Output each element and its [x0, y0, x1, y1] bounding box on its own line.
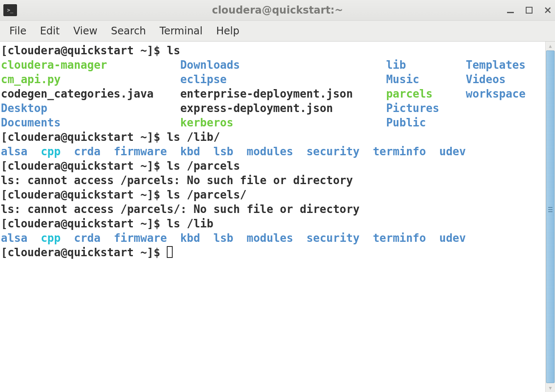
maximize-button[interactable] [524, 6, 534, 15]
menu-view[interactable]: View [67, 23, 104, 39]
terminal-line: [cloudera@quickstart ~]$ [1, 245, 544, 260]
terminal-line: ls: cannot access /parcels: No such file… [1, 173, 544, 188]
menu-terminal[interactable]: Terminal [153, 23, 209, 39]
terminal-line: Desktop express-deployment.json Pictures [1, 101, 544, 115]
terminal-line: cm_api.py eclipse Music Videos [1, 72, 544, 87]
terminal-line: codegen_categories.java enterprise-deplo… [1, 87, 544, 101]
menubar: File Edit View Search Terminal Help [0, 21, 555, 42]
titlebar: >_ cloudera@quickstart:~ [0, 0, 555, 21]
terminal-body: [cloudera@quickstart ~]$ lscloudera-mana… [0, 42, 555, 392]
terminal-line: alsa cpp crda firmware kbd lsb modules s… [1, 144, 544, 159]
menu-file[interactable]: File [3, 23, 33, 39]
terminal-line: [cloudera@quickstart ~]$ ls /parcels [1, 159, 544, 173]
terminal-line: alsa cpp crda firmware kbd lsb modules s… [1, 231, 544, 245]
terminal-line: ls: cannot access /parcels/: No such fil… [1, 202, 544, 216]
terminal-app-icon: >_ [3, 4, 17, 16]
menu-help[interactable]: Help [210, 23, 247, 39]
terminal-app-icon-glyph: >_ [7, 8, 13, 13]
scrollbar-track[interactable] [546, 50, 555, 383]
vertical-scrollbar[interactable]: ▴ ▾ [545, 42, 555, 392]
scroll-up-arrow-icon[interactable]: ▴ [546, 42, 555, 50]
menu-edit[interactable]: Edit [33, 23, 66, 39]
terminal-line: [cloudera@quickstart ~]$ ls [1, 43, 544, 58]
maximize-icon [526, 7, 533, 14]
terminal-output[interactable]: [cloudera@quickstart ~]$ lscloudera-mana… [0, 42, 545, 392]
close-icon [544, 7, 551, 14]
window-controls [506, 0, 552, 20]
scroll-down-arrow-icon[interactable]: ▾ [546, 384, 555, 392]
svg-rect-1 [526, 7, 532, 13]
terminal-window: >_ cloudera@quickstart:~ File Edit View … [0, 0, 555, 392]
terminal-line: cloudera-manager Downloads lib Templates [1, 58, 544, 72]
terminal-line: [cloudera@quickstart ~]$ ls /parcels/ [1, 188, 544, 202]
minimize-icon [507, 6, 514, 14]
window-title: cloudera@quickstart:~ [0, 4, 555, 16]
terminal-line: [cloudera@quickstart ~]$ ls /lib [1, 216, 544, 231]
scrollbar-thumb[interactable] [546, 50, 555, 383]
svg-rect-0 [507, 12, 514, 13]
minimize-button[interactable] [506, 6, 515, 15]
terminal-cursor [167, 246, 173, 258]
scrollbar-grip-icon [548, 207, 552, 215]
terminal-line: Documents kerberos Public [1, 115, 544, 130]
terminal-line: [cloudera@quickstart ~]$ ls /lib/ [1, 130, 544, 144]
close-button[interactable] [543, 6, 552, 15]
menu-search[interactable]: Search [104, 23, 153, 39]
